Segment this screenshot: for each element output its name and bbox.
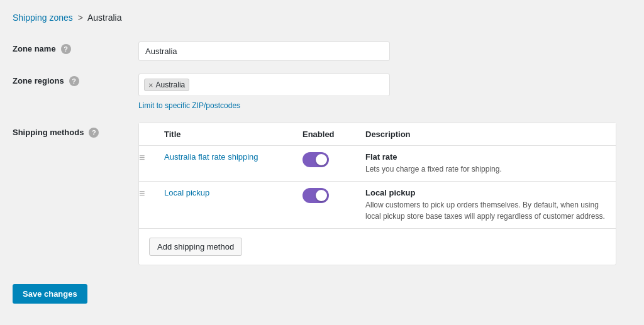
- breadcrumb: Shipping zones > Australia: [13, 13, 631, 23]
- methods-table-head: Title Enabled Description: [139, 123, 616, 146]
- toggle-flatrate[interactable]: [303, 152, 329, 167]
- add-method-cell: Add shipping method: [139, 229, 616, 265]
- title-cell-pickup: Local pickup: [164, 182, 303, 229]
- enabled-cell-flatrate: [303, 146, 365, 182]
- col-handle-header: [139, 123, 164, 146]
- shipping-methods-help-icon[interactable]: ?: [89, 128, 99, 138]
- shipping-methods-label-cell: Shipping methods ?: [13, 116, 138, 272]
- desc-title-pickup: Local pickup: [365, 188, 616, 197]
- drag-handle-cell-pickup: ≡: [139, 182, 164, 229]
- add-method-row: Add shipping method: [139, 229, 616, 265]
- shipping-zones-link[interactable]: Shipping zones: [13, 13, 73, 23]
- shipping-methods-label: Shipping methods: [13, 128, 84, 137]
- desc-text-flatrate: Lets you charge a fixed rate for shippin…: [365, 163, 616, 175]
- zone-regions-field-cell: × Australia Limit to specific ZIP/postco…: [138, 67, 631, 116]
- zone-name-label: Zone name: [13, 44, 56, 53]
- title-cell-flatrate: Australia flat rate shipping: [164, 146, 303, 182]
- table-row: ≡ Australia flat rate shipping: [139, 146, 616, 182]
- zone-name-row: Zone name ?: [13, 35, 631, 67]
- toggle-thumb-pickup: [316, 190, 327, 201]
- zone-name-help-icon[interactable]: ?: [61, 44, 71, 54]
- add-shipping-method-button[interactable]: Add shipping method: [149, 238, 242, 256]
- region-tag-australia: × Australia: [144, 79, 189, 91]
- drag-handle-flatrate[interactable]: ≡: [139, 152, 145, 163]
- toggle-track-pickup: [303, 188, 329, 203]
- limit-zip-link[interactable]: Limit to specific ZIP/postcodes: [138, 101, 240, 110]
- zone-name-field-cell: [138, 35, 631, 67]
- desc-text-pickup: Allow customers to pick up orders themse…: [365, 199, 616, 222]
- breadcrumb-current: Australia: [87, 13, 121, 23]
- methods-table-body: ≡ Australia flat rate shipping: [139, 146, 616, 265]
- toggle-thumb-flatrate: [316, 154, 327, 165]
- col-title-header: Title: [164, 123, 303, 146]
- methods-header-row: Title Enabled Description: [139, 123, 616, 146]
- region-tag-label: Australia: [156, 80, 186, 89]
- col-description-header: Description: [365, 123, 616, 146]
- method-link-flatrate[interactable]: Australia flat rate shipping: [164, 152, 258, 162]
- desc-cell-flatrate: Flat rate Lets you charge a fixed rate f…: [365, 146, 616, 182]
- region-tag-remove-australia[interactable]: ×: [148, 81, 153, 89]
- zone-regions-label-cell: Zone regions ?: [13, 67, 138, 116]
- settings-form: Zone name ? Zone regions ? × Australia L…: [13, 35, 631, 272]
- shipping-methods-table-wrapper: Title Enabled Description ≡ Austra: [138, 123, 616, 265]
- shipping-methods-row: Shipping methods ? Title Enabled Descrip…: [13, 116, 631, 272]
- method-link-pickup[interactable]: Local pickup: [164, 188, 209, 197]
- desc-title-flatrate: Flat rate: [365, 152, 616, 162]
- methods-table: Title Enabled Description ≡ Austra: [139, 123, 616, 265]
- zone-name-label-cell: Zone name ?: [13, 35, 138, 67]
- desc-cell-pickup: Local pickup Allow customers to pick up …: [365, 182, 616, 229]
- zone-regions-row: Zone regions ? × Australia Limit to spec…: [13, 67, 631, 116]
- zone-regions-input[interactable]: × Australia: [138, 74, 390, 96]
- drag-handle-cell-flatrate: ≡: [139, 146, 164, 182]
- zone-name-input[interactable]: [138, 41, 390, 61]
- enabled-cell-pickup: [303, 182, 365, 229]
- shipping-methods-field-cell: Title Enabled Description ≡ Austra: [138, 116, 631, 272]
- col-enabled-header: Enabled: [303, 123, 365, 146]
- zone-regions-help-icon[interactable]: ?: [69, 76, 79, 86]
- table-row: ≡ Local pickup: [139, 182, 616, 229]
- zone-regions-label: Zone regions: [13, 76, 64, 85]
- toggle-track-flatrate: [303, 152, 329, 167]
- save-changes-button[interactable]: Save changes: [13, 284, 87, 304]
- drag-handle-pickup[interactable]: ≡: [139, 188, 145, 199]
- toggle-pickup[interactable]: [303, 188, 329, 203]
- breadcrumb-separator: >: [78, 13, 83, 23]
